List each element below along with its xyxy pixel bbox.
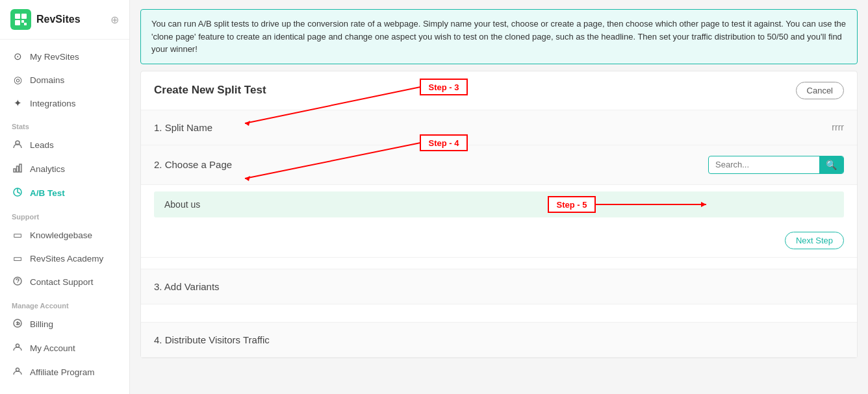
sidebar-item-domains[interactable]: ◎ Domains [0, 68, 129, 92]
step1-label: 1. Split Name [154, 122, 212, 133]
main-content: You can run A/B split tests to drive up … [130, 0, 868, 394]
gear-icon[interactable]: ⊕ [110, 14, 119, 26]
analytics-icon [12, 163, 23, 175]
sidebar-item-billing[interactable]: Billing [0, 312, 129, 336]
step1-value: rrrr [832, 122, 844, 132]
sidebar-label-contact-support: Contact Support [30, 277, 94, 287]
split-test-form: Step - 3 Step - 4 Step - 5 Create New Sp… [140, 71, 858, 358]
sidebar-label-billing: Billing [30, 319, 53, 329]
leads-icon [12, 139, 23, 151]
step2-label: 2. Choose a Page [154, 159, 232, 170]
sidebar-label-knowledgebase: Knowledgebase [30, 230, 92, 240]
svg-rect-4 [24, 23, 27, 25]
academy-icon: ▭ [12, 252, 23, 264]
sidebar-item-ab-test[interactable]: A/B Test [0, 181, 129, 205]
sidebar-nav: ⊙ My RevSites ◎ Domains ✦ Integrations S… [0, 40, 129, 394]
sidebar-label-analytics: Analytics [30, 164, 65, 174]
search-box: 🔍 [708, 156, 844, 174]
split-name-section: 1. Split Name rrrr [141, 110, 857, 145]
contact-support-icon [12, 276, 23, 288]
info-banner: You can run A/B split tests to drive up … [140, 9, 858, 64]
billing-icon [12, 318, 23, 330]
sidebar-item-knowledgebase[interactable]: ▭ Knowledgebase [0, 223, 129, 247]
app-name: RevSites [36, 14, 81, 25]
knowledgebase-icon: ▭ [12, 229, 23, 241]
sidebar-label-my-revsites: My RevSites [30, 52, 79, 62]
app-logo-icon [10, 9, 31, 30]
next-step-row: Next Step [141, 224, 857, 258]
sidebar-item-integrations[interactable]: ✦ Integrations [0, 92, 129, 115]
info-text: You can run A/B split tests to drive up … [151, 19, 846, 54]
svg-rect-1 [21, 14, 27, 19]
integrations-icon: ✦ [12, 97, 23, 109]
search-input[interactable] [709, 156, 819, 173]
sidebar-label-ab-test: A/B Test [30, 188, 65, 198]
spacer-row-2 [141, 304, 857, 323]
svg-rect-8 [19, 164, 21, 172]
choose-page-section: 2. Choose a Page 🔍 [141, 145, 857, 185]
sidebar-item-affiliate-program[interactable]: Affiliate Program [0, 360, 129, 384]
svg-rect-2 [15, 20, 20, 25]
step4-label: 4. Distribute Visitors Traffic [154, 334, 270, 345]
svg-rect-0 [15, 14, 20, 19]
sidebar-label-integrations: Integrations [30, 99, 76, 108]
sidebar-label-domains: Domains [30, 75, 64, 85]
form-title: Create New Split Test [154, 84, 266, 97]
ab-test-icon [12, 187, 23, 199]
support-section-label: Support [0, 205, 129, 223]
next-step-button[interactable]: Next Step [785, 232, 844, 249]
sidebar-label-my-account: My Account [30, 343, 75, 353]
svg-rect-6 [14, 169, 16, 172]
sidebar: RevSites ⊕ ⊙ My RevSites ◎ Domains ✦ Int… [0, 0, 130, 394]
account-icon [12, 342, 23, 354]
form-header: Create New Split Test Cancel [141, 71, 857, 110]
affiliate-icon [12, 366, 23, 378]
step3-label: 3. Add Variants [154, 281, 220, 292]
spacer-row [141, 258, 857, 269]
domains-icon: ◎ [12, 74, 23, 86]
sidebar-label-revsites-academy: RevSites Academy [30, 254, 103, 264]
home-icon: ⊙ [12, 51, 23, 62]
sidebar-label-leads: Leads [30, 140, 54, 150]
cancel-button[interactable]: Cancel [796, 82, 844, 99]
sidebar-item-revsites-academy[interactable]: ▭ RevSites Academy [0, 247, 129, 270]
manage-section-label: Manage Account [0, 294, 129, 312]
svg-rect-7 [17, 166, 19, 172]
search-button[interactable]: 🔍 [819, 156, 843, 173]
add-variants-section: 3. Add Variants [141, 269, 857, 304]
sidebar-item-leads[interactable]: Leads [0, 133, 129, 157]
stats-section-label: Stats [0, 115, 129, 133]
svg-rect-3 [21, 20, 24, 23]
sidebar-label-affiliate-program: Affiliate Program [30, 367, 95, 377]
sidebar-item-analytics[interactable]: Analytics [0, 157, 129, 181]
sidebar-logo: RevSites ⊕ [0, 0, 129, 40]
sidebar-item-my-account[interactable]: My Account [0, 336, 129, 360]
distribute-traffic-section: 4. Distribute Visitors Traffic [141, 323, 857, 358]
sidebar-item-my-revsites[interactable]: ⊙ My RevSites [0, 45, 129, 68]
sidebar-item-contact-support[interactable]: Contact Support [0, 270, 129, 294]
page-item[interactable]: About us [154, 191, 844, 217]
